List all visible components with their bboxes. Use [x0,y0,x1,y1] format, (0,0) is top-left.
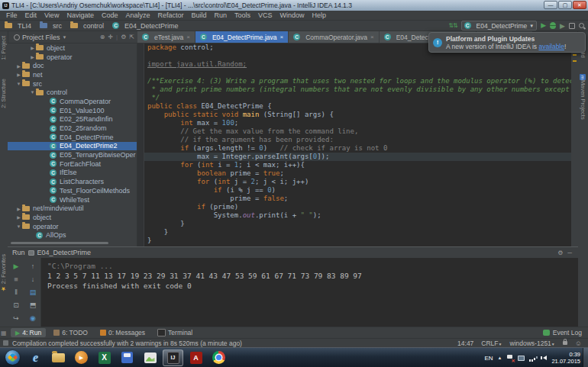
toolwindow-button-terminal[interactable]: Terminal [153,328,197,337]
chevron-expanded-icon[interactable]: ▼ [15,82,22,86]
breadcrumb-item[interactable]: src [40,22,62,30]
close-tab-icon[interactable]: × [280,34,284,40]
console-line[interactable]: "C:\Program ... [47,261,578,271]
code-line[interactable]: import java.util.Random; [144,60,571,69]
tree-item-allops[interactable]: CAllOps [8,230,137,240]
code-line[interactable]: for (int j = 2; j < i; j++) [144,178,571,186]
run-console[interactable]: "C:\Program ...1 2 3 5 7 11 13 17 19 23 … [41,258,578,327]
tree-item-foreachfloat[interactable]: CForEachFloat [8,159,137,169]
tree-item-test_floorceilmethods[interactable]: CTest_FloorCeilMethods [8,186,137,195]
debug-button[interactable] [550,22,556,29]
signal-icon[interactable] [529,355,538,362]
tree-item-e04_detectprime2[interactable]: CE04_DetectPrime2 [8,142,137,151]
tab-commaoperator-java[interactable]: CCommaOperator.java× [289,31,379,43]
up-stacktrace-icon[interactable]: ↑ [31,262,35,270]
network-icon[interactable] [518,356,525,361]
show-desktop-button[interactable] [583,348,588,367]
warning-stripe-mark[interactable] [573,60,577,62]
taskbar-start-icon[interactable] [2,349,23,366]
tab-etest-java[interactable]: CeTest.java× [137,31,195,43]
tree-item-e02_25randinfin[interactable]: CE02_25RandInfin [8,115,137,124]
tree-item-net[interactable]: ▶net [8,70,137,79]
code-editor[interactable]: package control;import java.util.Random;… [144,43,571,246]
toolwindow-button-maven[interactable]: mMaven Projects [580,74,586,120]
tree-item-ifelse[interactable]: CIfElse [8,169,137,178]
chevron-collapsed-icon[interactable]: ▶ [15,63,22,69]
editor-error-stripe[interactable] [571,43,578,246]
package-icon[interactable] [569,23,575,29]
tree-horizontal-scrollbar[interactable] [11,242,108,244]
minimize-toolwindow-icon[interactable]: ─ [567,249,572,256]
tree-item-whiletest[interactable]: CWhileTest [8,195,137,204]
code-line[interactable]: max = Integer.parseInt(args[0]); [144,153,571,161]
action-center-flag-icon[interactable] [506,355,513,362]
settings-gear-icon[interactable]: ⚙ [557,249,563,256]
print-console-icon[interactable]: ▤ [30,288,37,296]
menu-code[interactable]: Code [98,11,122,19]
menu-help[interactable]: Help [309,11,331,19]
lock-icon[interactable] [563,341,567,345]
chevron-collapsed-icon[interactable]: ▶ [29,54,36,60]
run-config-select[interactable]: C E04_DetectPrime ▼ [461,21,538,31]
code-line[interactable] [144,52,571,60]
taskbar-excel-icon[interactable] [94,349,115,366]
breadcrumb-item[interactable]: TLI4 [5,22,31,30]
menu-refactor[interactable]: Refactor [153,11,187,19]
menu-tools[interactable]: Tools [231,11,254,19]
tray-clock[interactable]: 0:39 21.07.2015 [551,351,580,365]
toolwindow-button-run[interactable]: ▶4: Run [11,328,46,337]
search-icon[interactable] [579,23,584,28]
language-indicator[interactable]: EN [484,355,493,362]
taskbar-floppy-icon[interactable] [117,349,137,366]
hector-inspector-icon[interactable]: ☺ [575,340,582,347]
tree-item-object[interactable]: ▶object [8,43,137,53]
chevron-collapsed-icon[interactable]: ▶ [15,206,22,211]
project-panel-header[interactable]: Project Files ▼ ⊗ ✛ | ⚙ ⇱ [8,31,137,43]
code-line[interactable]: boolean prime = true; [144,169,571,178]
code-line[interactable]: } [144,237,571,245]
settings-gear-icon[interactable]: ⚙ [121,34,126,40]
pause-button[interactable]: ‖ [15,288,18,296]
code-line[interactable] [144,69,571,77]
tree-item-e01_value100[interactable]: CE01_Value100 [8,106,137,115]
hide-panel-icon[interactable]: ⇱ [129,34,134,40]
down-stacktrace-icon[interactable]: ↓ [31,275,35,283]
window-titlebar[interactable]: IJ TLI4 - [C:\Users\Andriy Osemchuk\work… [0,0,588,11]
code-line[interactable]: if (i % j == 0) [144,186,571,195]
console-line[interactable]: 1 2 3 5 7 11 13 17 19 23 29 31 37 41 43 … [47,271,578,281]
line-ending-select[interactable]: CRLF▼ [481,340,502,347]
minimize-button[interactable]: — [544,1,557,9]
tree-item-src[interactable]: ▼src [8,79,137,89]
taskbar-media-icon[interactable] [71,349,92,366]
menu-view[interactable]: View [40,11,63,19]
taskbar-ie-icon[interactable] [25,349,46,366]
code-line[interactable]: public class E04_DetectPrime { [144,102,571,111]
event-log-button[interactable]: Event Log [543,329,582,336]
code-line[interactable]: if (args.length != 0) // check if array … [144,144,571,153]
code-line[interactable]: // if the argument has been provided: [144,136,571,144]
close-tab-icon[interactable]: × [186,34,190,40]
taskbar-chrome-icon[interactable] [208,349,229,366]
notification-balloon[interactable]: ! Platform and Plugin Updates A new vers… [428,32,586,53]
restore-layout-icon[interactable]: ⊡ [13,301,19,309]
tree-item-e02_25random[interactable]: CE02_25random [8,124,137,133]
chevron-collapsed-icon[interactable]: ▶ [29,45,36,50]
tree-item-commaoperator[interactable]: CCommaOperator [8,97,137,106]
taskbar-adobe-icon[interactable] [186,349,206,366]
collapse-all-icon[interactable]: ⊗ [100,34,105,40]
filter-icon[interactable]: ◉ [30,314,36,322]
tree-item-control[interactable]: ▼control [8,88,137,97]
code-line[interactable]: } [144,220,571,228]
breadcrumb-item[interactable]: CE04_DetectPrime [112,22,179,30]
toolwindow-button-structure[interactable]: 2: Structure [0,79,7,108]
background-tasks-icon[interactable] [3,340,8,346]
code-line[interactable]: } [144,228,571,237]
update-link[interactable]: available [538,43,564,50]
tree-item-object[interactable]: ▶object [8,213,137,222]
menu-analyze[interactable]: Analyze [121,11,153,19]
toolwindow-switcher-icon[interactable]: ▦ [1,330,7,336]
tree-item-operator[interactable]: ▶operator [8,53,137,62]
tree-item-operator[interactable]: ▼operator [8,222,137,231]
close-button[interactable]: ✕ [573,1,586,9]
taskbar-explorer-icon[interactable] [48,349,69,366]
